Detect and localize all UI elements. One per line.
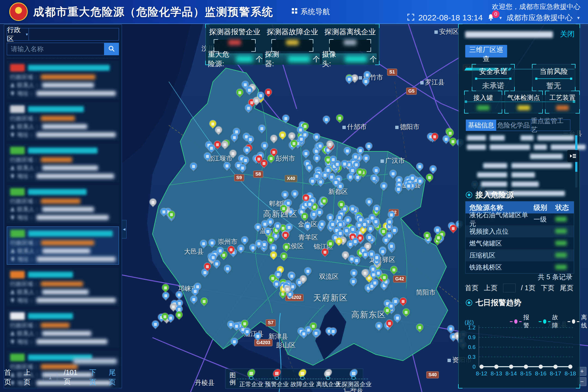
enterprise-marker-blue[interactable]: ▦ (303, 266, 313, 275)
enterprise-marker-blue[interactable]: ▦ (433, 225, 442, 234)
next-page-button[interactable]: 下页 (541, 283, 554, 292)
enterprise-marker-blue[interactable]: ▦ (269, 243, 278, 252)
table-row[interactable]: 铁路栈桥区 (465, 261, 574, 273)
enterprise-marker-blue[interactable]: ▦ (253, 331, 262, 341)
enterprise-card[interactable]: 行政区域：联系人：地址： (7, 185, 119, 223)
enterprise-marker-blue[interactable]: ▦ (408, 173, 417, 182)
enterprise-marker-blue[interactable]: ▦ (189, 161, 198, 171)
enterprise-marker-blue[interactable]: ▦ (290, 189, 299, 198)
enterprise-marker-yellow[interactable]: ▦ (269, 250, 278, 259)
enterprise-marker-blue[interactable]: ▦ (329, 326, 338, 336)
enterprise-marker-blue[interactable]: ▦ (349, 277, 358, 286)
table-row[interactable]: 燃气储罐区 (465, 237, 574, 249)
enterprise-marker-blue[interactable]: ▦ (370, 278, 379, 287)
enterprise-marker-gray[interactable]: ▦ (228, 149, 238, 158)
enterprise-marker-gray[interactable]: ▦ (148, 197, 158, 207)
enterprise-marker-blue[interactable]: ▦ (189, 295, 198, 304)
search-input[interactable] (7, 43, 104, 55)
enterprise-marker-blue[interactable]: ▦ (241, 155, 250, 165)
region-value-input[interactable] (29, 28, 119, 41)
tab-hazardous-chemicals[interactable]: 危险化学品 (496, 120, 531, 131)
enterprise-marker-blue[interactable]: ▦ (230, 337, 239, 346)
enterprise-marker-blue[interactable]: ▦ (364, 141, 373, 151)
enterprise-marker-blue[interactable]: ▦ (274, 270, 283, 279)
enterprise-marker-blue[interactable]: ▦ (312, 153, 321, 163)
enterprise-marker-blue[interactable]: ▦ (230, 133, 239, 142)
enterprise-card[interactable]: 行政区域：联系人：地址： (7, 61, 119, 99)
enterprise-marker-red[interactable]: ▦ (385, 318, 394, 328)
enterprise-marker-red[interactable]: ▦ (449, 223, 458, 233)
enterprise-marker-blue[interactable]: ▦ (151, 319, 160, 329)
first-page-button[interactable]: 首页 (465, 283, 479, 292)
enterprise-marker-blue[interactable]: ▦ (365, 232, 374, 242)
enterprise-marker-blue[interactable]: ▦ (342, 226, 351, 235)
enterprise-marker-blue[interactable]: ▦ (199, 239, 208, 248)
enterprise-marker-blue[interactable]: ▦ (323, 165, 333, 174)
enterprise-marker-gray[interactable]: ▦ (283, 284, 292, 293)
enterprise-marker-green[interactable]: ▦ (415, 323, 424, 332)
last-page-button[interactable]: 尾页 (560, 283, 573, 292)
enterprise-marker-green[interactable]: ▦ (355, 167, 365, 176)
table-row[interactable]: 视频接入点位 (465, 225, 574, 237)
enterprise-marker-blue[interactable]: ▦ (316, 141, 325, 150)
enterprise-marker-blue[interactable]: ▦ (428, 164, 438, 173)
enterprise-marker-blue[interactable]: ▦ (415, 162, 424, 171)
enterprise-marker-blue[interactable]: ▦ (303, 221, 312, 231)
enterprise-marker-blue[interactable]: ▦ (203, 151, 212, 161)
enterprise-marker-blue[interactable]: ▦ (243, 327, 252, 336)
sidebar-collapse-handle[interactable]: ◀ (122, 220, 127, 238)
org-selector[interactable]: 成都市应急救援中心 (506, 13, 572, 23)
enterprise-marker-blue[interactable]: ▦ (343, 146, 352, 155)
chevron-down-icon[interactable]: ▼ (498, 16, 503, 20)
enterprise-marker-blue[interactable]: ▦ (371, 217, 381, 226)
enterprise-marker-blue[interactable]: ▦ (240, 235, 249, 244)
enterprise-marker-blue[interactable]: ▦ (374, 321, 384, 330)
enterprise-marker-blue[interactable]: ▦ (242, 145, 252, 154)
enterprise-marker-yellow[interactable]: ▦ (334, 236, 344, 246)
last-page-button[interactable]: 尾页 (109, 368, 122, 387)
enterprise-marker-gray[interactable]: ▦ (220, 140, 229, 149)
enterprise-card[interactable]: 行政区域：联系人：地址： (7, 268, 119, 306)
trend-legend-item[interactable]: 故障 (539, 313, 561, 330)
enterprise-marker-blue[interactable]: ▦ (379, 181, 388, 190)
enterprise-marker-blue[interactable]: ▦ (256, 91, 265, 100)
prev-page-button[interactable]: 上页 (24, 368, 37, 387)
enterprise-marker-blue[interactable]: ▦ (312, 132, 321, 141)
enterprise-marker-blue[interactable]: ▦ (297, 134, 306, 143)
enterprise-marker-green[interactable]: ▦ (174, 310, 184, 319)
enterprise-marker-green[interactable]: ▦ (389, 265, 399, 274)
enterprise-marker-blue[interactable]: ▦ (343, 215, 353, 224)
region-filter-dropdown[interactable]: 行政区 ▼ (7, 28, 29, 41)
panel-collapse-button[interactable] (567, 150, 579, 162)
enterprise-marker-blue[interactable]: ▦ (351, 237, 360, 246)
enterprise-marker-gray[interactable]: ▦ (287, 131, 296, 140)
enterprise-marker-blue[interactable]: ▦ (372, 204, 381, 213)
enterprise-marker-blue[interactable]: ▦ (284, 222, 294, 232)
enterprise-marker-green[interactable]: ▦ (448, 137, 458, 146)
enterprise-marker-blue[interactable]: ▦ (193, 282, 202, 291)
enterprise-marker-red[interactable]: ▦ (399, 296, 408, 306)
enterprise-marker-blue[interactable]: ▦ (280, 190, 290, 199)
enterprise-marker-green[interactable]: ▦ (279, 251, 289, 261)
enterprise-marker-blue[interactable]: ▦ (349, 268, 359, 277)
enterprise-marker-gray[interactable]: ▦ (269, 134, 278, 143)
enterprise-marker-blue[interactable]: ▦ (442, 134, 451, 143)
enterprise-marker-blue[interactable]: ▦ (207, 143, 216, 152)
chevron-down-icon[interactable]: ▼ (576, 16, 580, 20)
enterprise-marker-blue[interactable]: ▦ (209, 253, 218, 262)
enterprise-marker-blue[interactable]: ▦ (365, 197, 374, 206)
enterprise-marker-blue[interactable]: ▦ (305, 163, 314, 172)
enterprise-marker-blue[interactable]: ▦ (207, 238, 217, 247)
enterprise-marker-blue[interactable]: ▦ (299, 329, 308, 338)
enterprise-marker-blue[interactable]: ▦ (253, 222, 263, 231)
enterprise-marker-green[interactable]: ▦ (425, 173, 434, 182)
enterprise-marker-blue[interactable]: ▦ (362, 153, 371, 163)
fullscreen-icon[interactable] (407, 14, 414, 22)
enterprise-marker-red[interactable]: ▦ (264, 87, 273, 97)
enterprise-marker-blue[interactable]: ▦ (266, 217, 275, 226)
enterprise-marker-blue[interactable]: ▦ (315, 207, 324, 217)
enterprise-marker-blue[interactable]: ▦ (404, 181, 413, 190)
tab-basic-info[interactable]: 基础信息 (466, 120, 496, 131)
enterprise-marker-yellow[interactable]: ▦ (278, 130, 287, 139)
enterprise-marker-green[interactable]: ▦ (161, 283, 170, 292)
